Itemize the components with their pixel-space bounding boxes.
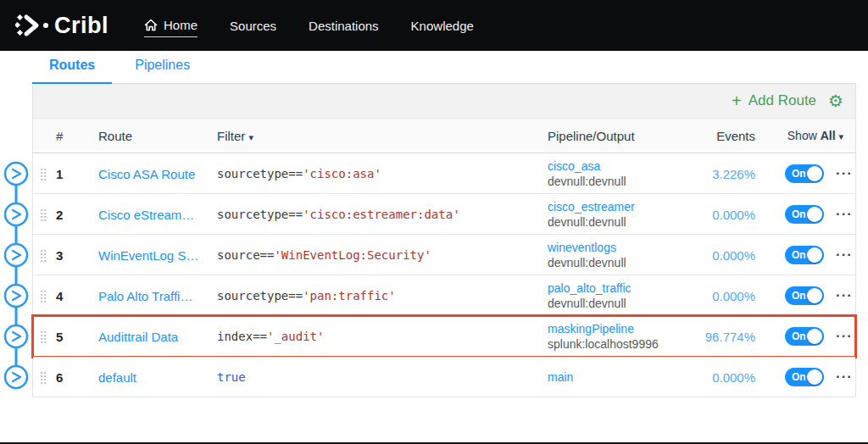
tab-pipelines[interactable]: Pipelines	[118, 58, 207, 85]
header-number: #	[56, 129, 63, 143]
header-events: Events	[626, 129, 755, 143]
nav-item-label: Destinations	[309, 19, 379, 33]
nav-item-knowledge[interactable]: Knowledge	[411, 19, 474, 33]
events-percent: 0.000%	[626, 207, 755, 221]
pipeline-link[interactable]: wineventlogs	[548, 239, 626, 254]
routes-toolbar: + Add Route ⚙	[33, 84, 855, 119]
table-row-highlighted: ⣿ 5 Audittrail Data index=='_audit' mask…	[33, 316, 855, 357]
route-number: 5	[56, 329, 63, 343]
route-enabled-toggle[interactable]: On	[785, 164, 824, 183]
plus-icon: +	[732, 92, 742, 111]
row-menu-button[interactable]: ···	[836, 287, 853, 304]
route-enabled-toggle[interactable]: On	[785, 327, 824, 346]
show-filter-dropdown[interactable]: Show All ▾	[787, 129, 843, 142]
events-percent: 3.226%	[626, 166, 755, 180]
header-route: Route	[98, 129, 132, 143]
pipeline-output-cell: cisco_asadevnull:devnull	[548, 158, 626, 188]
route-enabled-toggle[interactable]: On	[785, 368, 824, 386]
nav-item-label: Knowledge	[411, 19, 474, 33]
pipeline-link[interactable]: palo_alto_traffic	[548, 280, 632, 295]
row-menu-button[interactable]: ···	[836, 165, 853, 182]
route-number: 3	[56, 247, 63, 262]
nav-item-sources[interactable]: Sources	[230, 19, 276, 33]
toggle-knob	[807, 207, 822, 222]
route-name-link[interactable]: Palo Alto Traffi…	[98, 288, 192, 302]
route-name-link[interactable]: Audittrail Data	[98, 329, 178, 343]
drag-handle-icon[interactable]: ⣿	[39, 248, 46, 262]
route-name-link[interactable]: default	[98, 369, 136, 384]
header-pipeline-output: Pipeline/Output	[548, 129, 635, 143]
route-number: 6	[56, 369, 63, 384]
drag-handle-icon[interactable]: ⣿	[39, 330, 46, 343]
events-percent: 0.000%	[626, 369, 755, 384]
output-label: devnull:devnull	[548, 214, 635, 230]
route-number: 2	[56, 207, 63, 221]
pipeline-output-cell: main	[548, 369, 573, 384]
toggle-knob	[807, 288, 822, 303]
route-filter: sourcetype=='cisco:estreamer:data'	[217, 208, 460, 221]
caret-down-icon: ▾	[838, 131, 843, 142]
output-label: devnull:devnull	[548, 174, 626, 189]
toggle-knob	[807, 369, 822, 385]
output-label: devnull:devnull	[548, 255, 626, 270]
route-number: 4	[56, 288, 63, 302]
drag-handle-icon[interactable]: ⣿	[39, 289, 46, 302]
tab-routes[interactable]: Routes	[32, 58, 112, 85]
routes-table: + Add Route ⚙ # Route Filter ▾ Pipeline/…	[32, 84, 856, 397]
row-menu-button[interactable]: ···	[836, 328, 853, 345]
route-enabled-toggle[interactable]: On	[785, 246, 824, 264]
pipeline-output-cell: cisco_estreamerdevnull:devnull	[548, 198, 635, 229]
output-label: devnull:devnull	[548, 296, 632, 311]
brand-name: Cribl	[54, 13, 108, 39]
pipeline-output-cell: palo_alto_trafficdevnull:devnull	[548, 280, 632, 310]
nav-item-label: Sources	[230, 19, 276, 33]
route-filter: true	[217, 370, 246, 384]
events-percent: 0.000%	[626, 288, 755, 302]
cribl-routes-page: Cribl Home Sources Destinations Knowledg…	[0, 0, 868, 444]
toggle-knob	[807, 247, 822, 263]
tab-bar: Routes Pipelines	[32, 51, 856, 84]
route-filter: sourcetype=='cisco:asa'	[217, 167, 381, 180]
route-filter: sourcetype=='pan:traffic'	[217, 289, 396, 302]
events-percent: 96.774%	[626, 329, 755, 343]
row-menu-button[interactable]: ···	[836, 369, 853, 386]
table-row: ⣿ 1 Cisco ASA Route sourcetype=='cisco:a…	[33, 153, 855, 194]
table-row: ⣿ 4 Palo Alto Traffi… sourcetype=='pan:t…	[33, 275, 855, 316]
drag-handle-icon[interactable]: ⣿	[39, 208, 46, 221]
drag-handle-icon[interactable]: ⣿	[39, 167, 46, 180]
add-route-button[interactable]: + Add Route	[732, 92, 816, 111]
events-percent: 0.000%	[626, 247, 755, 262]
table-row: ⣿ 3 WinEventLog S… source=='WinEventLog:…	[33, 235, 855, 275]
nav-item-label: Home	[164, 18, 198, 32]
route-filter: index=='_audit'	[217, 330, 324, 343]
table-row: ⣿ 2 Cisco eStream… sourcetype=='cisco:es…	[33, 194, 855, 235]
route-flow-diagram	[0, 0, 32, 407]
add-route-label: Add Route	[748, 92, 816, 109]
toggle-knob	[807, 166, 822, 181]
drag-handle-icon[interactable]: ⣿	[39, 370, 46, 384]
toggle-knob	[807, 329, 822, 344]
home-icon	[144, 19, 158, 31]
gear-icon[interactable]: ⚙	[828, 92, 843, 109]
row-menu-button[interactable]: ···	[836, 206, 853, 223]
table-header: # Route Filter ▾ Pipeline/Output Events …	[33, 119, 855, 153]
pipeline-output-cell: wineventlogsdevnull:devnull	[548, 239, 626, 269]
nav-item-destinations[interactable]: Destinations	[309, 19, 379, 33]
top-nav: Cribl Home Sources Destinations Knowledg…	[0, 0, 868, 51]
pipeline-link[interactable]: main	[548, 369, 573, 384]
nav-item-home[interactable]: Home	[144, 18, 198, 37]
header-filter[interactable]: Filter ▾	[217, 129, 253, 143]
pipeline-link[interactable]: cisco_estreamer	[548, 198, 635, 214]
route-name-link[interactable]: WinEventLog S…	[98, 247, 198, 262]
table-row: ⣿ 6 default true main 0.000% On ···	[33, 357, 855, 397]
nav-items: Home Sources Destinations Knowledge	[144, 18, 474, 33]
route-enabled-toggle[interactable]: On	[785, 286, 824, 305]
route-number: 1	[56, 166, 63, 180]
row-menu-button[interactable]: ···	[836, 247, 853, 264]
route-enabled-toggle[interactable]: On	[785, 205, 824, 224]
caret-down-icon: ▾	[249, 132, 254, 142]
route-name-link[interactable]: Cisco ASA Route	[98, 166, 195, 180]
pipeline-link[interactable]: cisco_asa	[548, 158, 626, 173]
route-name-link[interactable]: Cisco eStream…	[98, 207, 194, 221]
route-filter: source=='WinEventLog:Security'	[217, 248, 431, 262]
